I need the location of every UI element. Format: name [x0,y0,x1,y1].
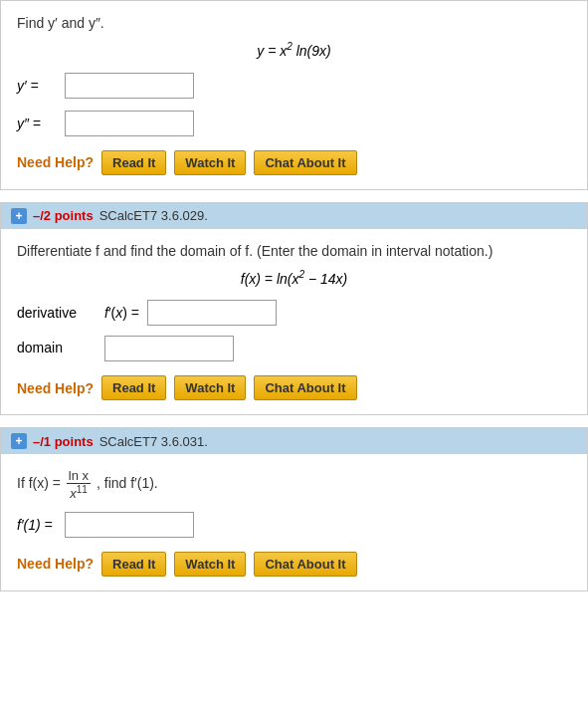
watch-it-button-2[interactable]: Watch It [174,375,246,400]
problem-2-header: + –/2 points SCalcET7 3.6.029. [1,203,587,229]
problem-3-points: –/1 points [33,434,94,449]
problem-1-formula: y = x2 ln(9x) [17,41,571,59]
fp1-row: f′(1) = [17,512,571,538]
plus-icon-2: + [11,208,27,224]
ypp-label: y″ = [17,116,57,131]
problem-3-header: + –/1 points SCalcET7 3.6.031. [1,428,587,454]
read-it-button-2[interactable]: Read It [101,375,166,400]
yp-row: y′ = [17,73,571,99]
need-help-2: Need Help? Read It Watch It Chat About I… [17,375,571,404]
domain-section: domain [17,336,571,361]
ypp-row: y″ = [17,111,571,136]
domain-label: domain [17,336,97,355]
problem-3-body: If f(x) = ln x x11 , find f′(1). f′(1) =… [1,454,587,589]
need-help-2-label: Need Help? [17,380,94,396]
yp-label: y′ = [17,78,57,94]
frac-num: ln x [67,468,91,484]
problem-3-frac: ln x x11 [67,468,91,501]
chat-about-it-button-1[interactable]: Chat About It [254,150,356,175]
fp1-input[interactable] [65,512,194,538]
frac-den: x11 [68,484,90,501]
watch-it-button-3[interactable]: Watch It [174,552,246,577]
problem-2-points: –/2 points [33,208,94,223]
derivative-label: derivative [17,305,97,321]
problem-3: + –/1 points SCalcET7 3.6.031. If f(x) =… [0,427,588,590]
derivative-row: derivative f′(x) = [17,300,571,326]
plus-icon-3: + [11,433,27,449]
fp-input[interactable] [147,300,277,326]
problem-2-formula: f(x) = ln(x2 − 14x) [17,269,571,287]
ypp-input[interactable] [65,111,194,136]
need-help-1: Need Help? Read It Watch It Chat About I… [17,150,571,179]
problem-2-instruction: Differentiate f and find the domain of f… [17,243,571,259]
problem-1-instruction: Find y′ and y″. [17,15,571,31]
problem-3-instruction: If f(x) = ln x x11 , find f′(1). [17,468,571,501]
read-it-button-3[interactable]: Read It [101,552,166,577]
problem-3-suffix: , find f′(1). [97,476,158,492]
fp-label: f′(x) = [104,305,139,321]
chat-about-it-button-2[interactable]: Chat About It [254,375,356,400]
problem-1: Find y′ and y″. y = x2 ln(9x) y′ = y″ = … [0,0,588,190]
problem-3-id: SCalcET7 3.6.031. [99,434,208,449]
problem-2: + –/2 points SCalcET7 3.6.029. Different… [0,202,588,416]
need-help-3-label: Need Help? [17,556,94,572]
fp1-label: f′(1) = [17,517,57,533]
need-help-1-label: Need Help? [17,154,94,170]
watch-it-button-1[interactable]: Watch It [174,150,246,175]
read-it-button-1[interactable]: Read It [101,150,166,175]
domain-input[interactable] [104,336,234,361]
need-help-3: Need Help? Read It Watch It Chat About I… [17,552,571,581]
problem-3-prefix: If f(x) = [17,476,65,492]
problem-2-id: SCalcET7 3.6.029. [99,208,208,223]
chat-about-it-button-3[interactable]: Chat About It [254,552,356,577]
yp-input[interactable] [65,73,194,99]
problem-2-body: Differentiate f and find the domain of f… [1,229,587,415]
